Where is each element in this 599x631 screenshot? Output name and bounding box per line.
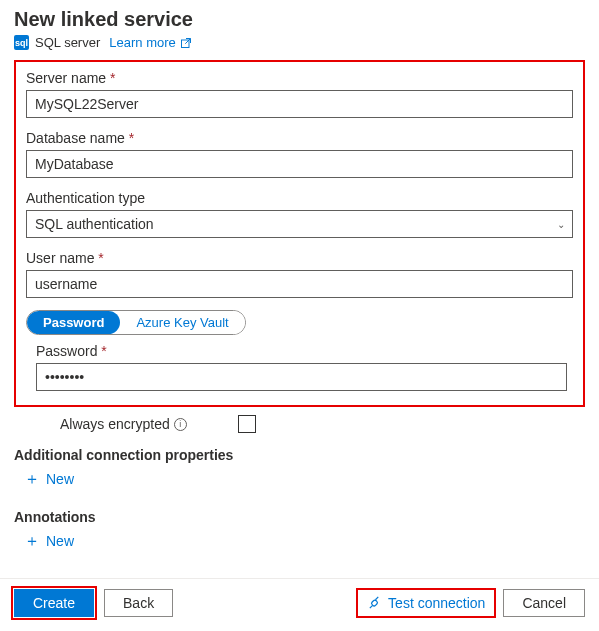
server-name-label: Server name * <box>26 70 573 86</box>
auth-type-select[interactable] <box>26 210 573 238</box>
password-label: Password * <box>36 343 567 359</box>
plus-icon: ＋ <box>24 471 40 487</box>
tab-password[interactable]: Password <box>27 311 120 334</box>
database-name-input[interactable] <box>26 150 573 178</box>
learn-more-link[interactable]: Learn more <box>109 35 191 50</box>
always-encrypted-checkbox[interactable] <box>238 415 256 433</box>
page-title: New linked service <box>14 8 585 31</box>
footer-bar: Create Back Test connection Cancel <box>0 578 599 631</box>
user-name-input[interactable] <box>26 270 573 298</box>
back-button[interactable]: Back <box>104 589 173 617</box>
password-input[interactable] <box>36 363 567 391</box>
plus-icon: ＋ <box>24 533 40 549</box>
plug-icon <box>367 596 382 611</box>
always-encrypted-label: Always encrypted <box>60 416 170 432</box>
test-connection-button[interactable]: Test connection <box>359 591 493 615</box>
database-name-label: Database name * <box>26 130 573 146</box>
server-name-input[interactable] <box>26 90 573 118</box>
annotations-label: Annotations <box>14 509 585 525</box>
sql-server-icon: sql <box>14 35 29 50</box>
add-annotation-button[interactable]: ＋ New <box>24 533 74 549</box>
tab-azure-key-vault[interactable]: Azure Key Vault <box>120 311 244 334</box>
add-connection-property-button[interactable]: ＋ New <box>24 471 74 487</box>
user-name-label: User name * <box>26 250 573 266</box>
learn-more-label: Learn more <box>109 35 175 50</box>
credentials-highlight-region: Server name * Database name * Authentica… <box>14 60 585 407</box>
service-type-label: SQL server <box>35 35 100 50</box>
external-link-icon <box>180 37 192 49</box>
password-source-toggle: Password Azure Key Vault <box>26 310 246 335</box>
auth-type-label: Authentication type <box>26 190 573 206</box>
cancel-button[interactable]: Cancel <box>503 589 585 617</box>
info-icon[interactable]: i <box>174 418 187 431</box>
create-button[interactable]: Create <box>14 589 94 617</box>
additional-connection-properties-label: Additional connection properties <box>14 447 585 463</box>
